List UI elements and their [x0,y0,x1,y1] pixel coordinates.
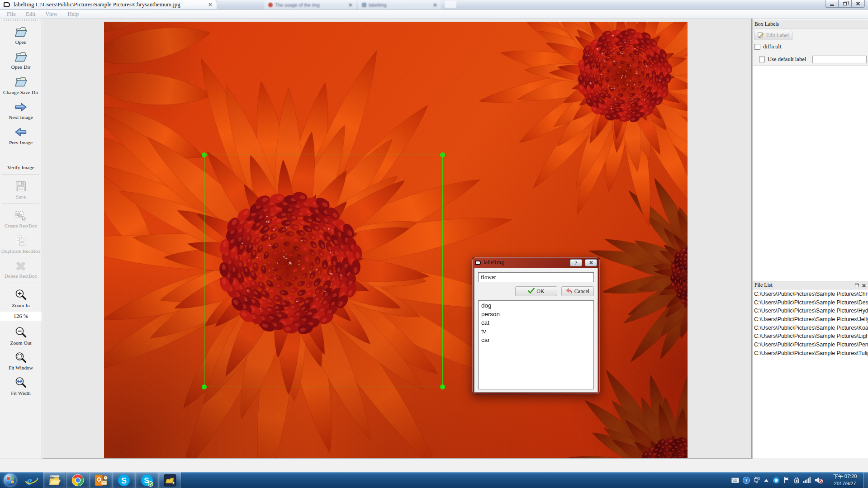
file-list-item[interactable]: C:\Users\Public\Pictures\Sample Pictures… [753,316,868,325]
label-option-tv[interactable]: tv [479,328,593,336]
fit-width-button[interactable]: Fit Width [0,373,42,398]
restore-button[interactable] [838,0,852,8]
dialog-help-button[interactable]: ? [570,259,582,266]
open-button[interactable]: Open [0,22,42,47]
keyboard-icon[interactable] [731,478,739,483]
save-button[interactable]: Save [0,176,42,201]
verify-image-button[interactable]: Verify Image [0,147,42,172]
taskbar-windows-explorer-button[interactable] [43,472,66,488]
difficult-checkbox[interactable] [754,44,760,50]
dialog-title-bar[interactable]: labelImg ? [472,257,600,268]
bbox-handle-top-left[interactable] [202,152,207,157]
bbox-handle-top-right[interactable] [440,152,445,157]
use-default-label-checkbox[interactable] [759,57,765,62]
taskbar-chrome-button[interactable] [66,472,89,488]
close-button[interactable] [851,0,865,8]
cancel-label: Cancel [574,288,589,295]
label-option-cat[interactable]: cat [479,319,593,328]
next-image-button[interactable]: Next Image [0,97,42,122]
box-labels-list[interactable] [753,66,868,281]
file-list: C:\Users\Public\Pictures\Sample Pictures… [753,289,868,459]
menu-file[interactable]: File [2,10,21,18]
label-input[interactable] [478,272,594,282]
toolbar-label: Open [0,38,42,45]
open-dir-button[interactable]: Open Dir [0,47,42,71]
menu-view[interactable]: View [40,10,62,18]
default-label-input[interactable] [812,56,867,63]
new-tab-button[interactable] [445,1,456,8]
start-button[interactable] [0,472,20,488]
minimize-button[interactable] [825,0,839,8]
toolbar-label: Save [0,193,42,200]
network-signal-icon[interactable] [803,477,811,483]
tab-close-icon[interactable] [349,3,352,7]
box-labels-header[interactable]: Box Labels [753,20,868,28]
menu-bar: FileEditViewHelp [0,9,868,19]
file-list-item[interactable]: C:\Users\Public\Pictures\Sample Pictures… [753,350,868,359]
file-list-item[interactable]: C:\Users\Public\Pictures\Sample Pictures… [753,308,868,316]
prev-image-button[interactable]: Prev Image [0,122,42,147]
label-option-car[interactable]: car [479,336,593,345]
close-panel-icon[interactable] [862,284,866,288]
duplicate-rectbox-button[interactable]: Duplicate RectBox [0,231,42,256]
ok-button[interactable]: OK [515,286,557,296]
change-save-dir-button[interactable]: Change Save Dir [0,72,42,97]
bbox-handle-bottom-right[interactable] [440,384,445,389]
file-list-item[interactable]: C:\Users\Public\Pictures\Sample Pictures… [753,291,868,299]
background-tab[interactable]: labelImg [358,0,441,9]
file-list-item[interactable]: C:\Users\Public\Pictures\Sample Pictures… [753,333,868,341]
messenger-icon[interactable] [773,477,780,484]
fit-width-icon [0,376,42,389]
help-icon[interactable]: ? [743,477,750,484]
cancel-button[interactable]: Cancel [561,286,594,296]
window-restore-icon[interactable] [754,477,760,483]
file-list-item[interactable]: C:\Users\Public\Pictures\Sample Pictures… [753,325,868,333]
canvas-area[interactable] [43,19,752,459]
windows-start-icon [4,474,17,487]
file-list-header[interactable]: File List [753,281,868,289]
taskbar-labelimg-button[interactable] [158,472,181,488]
taskbar-skype-button[interactable]: S [112,472,135,488]
delete-rectbox-button[interactable]: Delete RectBox [0,256,42,280]
svg-text:?: ? [745,478,748,483]
dialog-close-button[interactable] [585,259,597,266]
file-list-item[interactable]: C:\Users\Public\Pictures\Sample Pictures… [753,299,868,308]
clock-time: 下午 07:20 [833,473,857,480]
minimize-icon [830,5,834,6]
title-bar[interactable]: The usage of the imglabelImg labelImg C:… [0,0,868,9]
show-desktop-button[interactable] [863,472,868,488]
taskbar-outlook-button[interactable] [89,472,112,488]
fit-window-button[interactable]: Fit Window [0,347,42,372]
toolbar-separator [2,283,39,283]
menu-help[interactable]: Help [62,10,84,18]
background-tab[interactable]: The usage of the img [265,0,356,9]
label-option-person[interactable]: person [479,311,593,319]
create-rectbox-icon [0,209,42,222]
volume-muted-icon[interactable] [815,477,823,483]
change-save-dir-folder-icon [0,76,42,89]
file-list-title: File List [754,282,855,289]
flag-icon[interactable] [783,477,790,483]
file-list-item[interactable]: C:\Users\Public\Pictures\Sample Pictures… [753,341,868,350]
bbox-handle-bottom-left[interactable] [202,384,207,389]
taskbar-skype-online-button[interactable]: S [135,472,158,488]
close-icon [589,261,593,265]
fit-window-icon [0,351,42,364]
taskbar-internet-explorer-button[interactable]: e [20,472,43,488]
device-icon[interactable] [793,477,800,483]
zoom-value-spinbox[interactable]: 126 % [0,312,42,321]
menu-edit[interactable]: Edit [21,10,40,18]
tab-close-icon[interactable] [433,3,437,7]
float-panel-icon[interactable] [855,284,859,287]
label-option-dog[interactable]: dog [479,302,593,311]
show-hidden-icons-icon[interactable] [764,478,769,483]
right-dock: Box Labels Edit Label difficult Use defa… [752,19,868,459]
zoom-in-button[interactable]: Zoom In [0,285,42,310]
toolbar-grip[interactable] [4,19,38,21]
annotation-bbox[interactable] [204,155,443,387]
edit-label-button[interactable]: Edit Label [754,31,792,40]
taskbar-clock[interactable]: 下午 07:20 2017/9/27 [827,472,863,488]
edit-label-text: Edit Label [766,32,789,39]
create-rectbox-button[interactable]: Create RectBox [0,205,42,230]
zoom-out-button[interactable]: Zoom Out [0,322,42,347]
